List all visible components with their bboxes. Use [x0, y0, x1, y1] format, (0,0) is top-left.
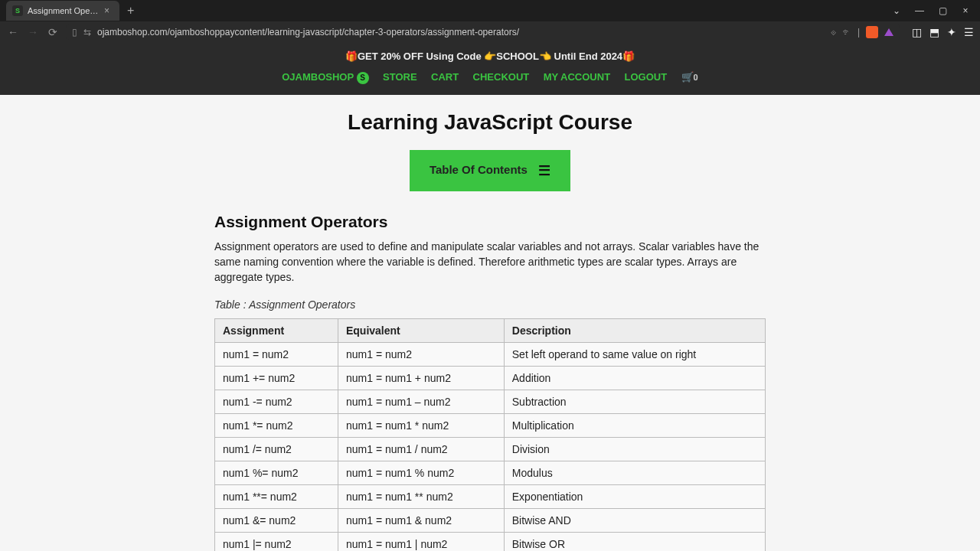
hamburger-icon: ☰ — [538, 162, 550, 179]
table-cell: num1 = num1 – num2 — [338, 390, 504, 414]
nav-logout[interactable]: LOGOUT — [619, 71, 673, 83]
tab-favicon: S — [12, 5, 23, 16]
table-cell: Bitwise OR — [504, 533, 765, 551]
table-header: Assignment — [215, 319, 338, 343]
table-cell: num1 = num1 + num2 — [338, 367, 504, 390]
rss-icon[interactable]: ᯤ — [842, 27, 851, 37]
table-cell: num1 = num2 — [215, 343, 338, 367]
table-row: num1 += num2num1 = num1 + num2Addition — [215, 367, 766, 390]
table-row: num1 *= num2num1 = num1 * num2Multiplica… — [215, 414, 766, 438]
table-row: num1 %= num2num1 = num1 % num2Modulus — [215, 461, 766, 485]
window-close-icon[interactable]: × — [957, 5, 974, 16]
table-cell: Modulus — [504, 461, 765, 485]
table-cell: num1 = num1 | num2 — [338, 533, 504, 551]
table-cell: Subtraction — [504, 390, 765, 414]
section-heading: Assignment Operators — [214, 213, 766, 231]
table-cell: num1 -= num2 — [215, 390, 338, 414]
table-row: num1 &= num2num1 = num1 & num2Bitwise AN… — [215, 509, 766, 533]
table-cell: num1 &= num2 — [215, 509, 338, 533]
brave-shield-icon[interactable] — [866, 26, 878, 38]
extension-icon[interactable] — [884, 28, 893, 36]
table-header: Equivalent — [338, 319, 504, 343]
url-text: ojamboshop.com/ojamboshoppaycontent/lear… — [97, 27, 825, 37]
share-icon[interactable]: ⟐ — [831, 27, 836, 37]
site-info-icon[interactable]: ⇆ — [83, 27, 91, 37]
nav-cart[interactable]: CART — [426, 71, 464, 83]
table-cell: Division — [504, 438, 765, 461]
bookmark-icon[interactable]: ▯ — [72, 27, 77, 37]
brand-logo-icon: S — [357, 72, 369, 84]
promo-banner: 🎁GET 20% OFF Using Code 👉SCHOOL👈 Until E… — [0, 43, 980, 65]
table-caption: Table : Assignment Operators — [214, 298, 766, 311]
table-header: Description — [504, 319, 765, 343]
operators-table: AssignmentEquivalentDescription num1 = n… — [214, 318, 766, 551]
back-icon[interactable]: ← — [6, 26, 20, 38]
table-cell: num1 = num1 / num2 — [338, 438, 504, 461]
table-cell: num1 += num2 — [215, 367, 338, 390]
browser-tab[interactable]: S Assignment Operators - O × — [6, 1, 119, 21]
sparkle-icon[interactable]: ✦ — [947, 26, 956, 38]
sidebar-icon[interactable]: ◫ — [912, 26, 922, 38]
site-nav: OJAMBOSHOP S STORE CART CHECKOUT MY ACCO… — [0, 65, 980, 95]
page-title: Learning JavaScript Course — [214, 110, 766, 135]
table-row: num1 /= num2num1 = num1 / num2Division — [215, 438, 766, 461]
maximize-icon[interactable]: ▢ — [934, 5, 951, 16]
section-paragraph: Assignment operators are used to define … — [214, 239, 766, 285]
nav-checkout[interactable]: CHECKOUT — [468, 71, 535, 83]
table-cell: num1 = num1 % num2 — [338, 461, 504, 485]
toc-button[interactable]: Table Of Contents ☰ — [410, 150, 570, 191]
nav-bar: ← → ⟳ ▯ ⇆ ojamboshop.com/ojamboshoppayco… — [0, 21, 980, 43]
tab-bar: S Assignment Operators - O × + ⌄ — ▢ × — [0, 0, 980, 21]
table-row: num1 **= num2num1 = num1 ** num2Exponent… — [215, 485, 766, 509]
table-cell: num1 %= num2 — [215, 461, 338, 485]
table-cell: num1 **= num2 — [215, 485, 338, 509]
chevron-down-icon[interactable]: ⌄ — [888, 5, 905, 16]
table-cell: Multiplication — [504, 414, 765, 438]
nav-store[interactable]: STORE — [377, 71, 423, 83]
divider: | — [858, 27, 860, 37]
table-cell: num1 /= num2 — [215, 438, 338, 461]
table-cell: num1 = num1 & num2 — [338, 509, 504, 533]
tab-title: Assignment Operators - O — [28, 6, 100, 15]
forward-icon: → — [26, 26, 40, 38]
table-cell: Exponentiation — [504, 485, 765, 509]
table-cell: num1 = num1 * num2 — [338, 414, 504, 438]
new-tab-button[interactable]: + — [119, 4, 142, 18]
url-bar[interactable]: ▯ ⇆ ojamboshop.com/ojamboshoppaycontent/… — [66, 24, 900, 40]
table-cell: Addition — [504, 367, 765, 390]
close-icon[interactable]: × — [104, 5, 113, 16]
table-cell: num1 *= num2 — [215, 414, 338, 438]
nav-cart-icon[interactable]: 🛒0 — [676, 71, 704, 83]
table-cell: Set left operand to same value on right — [504, 343, 765, 367]
menu-icon[interactable]: ☰ — [964, 26, 974, 38]
page-scroll[interactable]: 🎁GET 20% OFF Using Code 👉SCHOOL👈 Until E… — [0, 43, 980, 551]
toc-label: Table Of Contents — [430, 163, 528, 176]
table-cell: Bitwise AND — [504, 509, 765, 533]
nav-account[interactable]: MY ACCOUNT — [538, 71, 616, 83]
table-row: num1 -= num2num1 = num1 – num2Subtractio… — [215, 390, 766, 414]
reload-icon[interactable]: ⟳ — [46, 26, 60, 38]
table-cell: num1 = num1 ** num2 — [338, 485, 504, 509]
downloads-icon[interactable]: ⬒ — [929, 26, 939, 38]
table-row: num1 |= num2num1 = num1 | num2Bitwise OR — [215, 533, 766, 551]
table-row: num1 = num2num1 = num2Set left operand t… — [215, 343, 766, 367]
minimize-icon[interactable]: — — [911, 5, 928, 16]
table-cell: num1 = num2 — [338, 343, 504, 367]
table-cell: num1 |= num2 — [215, 533, 338, 551]
nav-brand[interactable]: OJAMBOSHOP S — [276, 71, 374, 83]
